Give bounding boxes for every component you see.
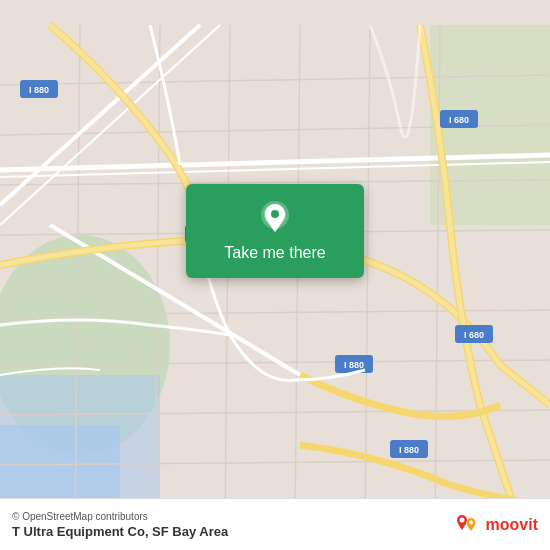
bottom-left-info: © OpenStreetMap contributors T Ultra Equ… (12, 511, 228, 539)
moovit-text: moovit (486, 516, 538, 534)
take-me-there-label: Take me there (224, 244, 325, 262)
svg-text:I 680: I 680 (449, 115, 469, 125)
map-container: I 880 I 880 I 680 I 680 I 880 I 880 (0, 0, 550, 550)
moovit-icon (454, 511, 482, 539)
svg-text:I 880: I 880 (344, 360, 364, 370)
svg-point-40 (459, 517, 464, 522)
svg-text:I 880: I 880 (29, 85, 49, 95)
osm-attribution: © OpenStreetMap contributors (12, 511, 228, 522)
bottom-bar: © OpenStreetMap contributors T Ultra Equ… (0, 498, 550, 550)
location-name: T Ultra Equipment Co, SF Bay Area (12, 524, 228, 539)
svg-text:I 880: I 880 (399, 445, 419, 455)
location-pin-icon (257, 200, 293, 236)
take-me-there-button[interactable]: Take me there (186, 184, 364, 278)
moovit-logo: moovit (454, 511, 538, 539)
svg-point-41 (469, 520, 473, 524)
svg-text:I 680: I 680 (464, 330, 484, 340)
svg-point-39 (271, 210, 279, 218)
